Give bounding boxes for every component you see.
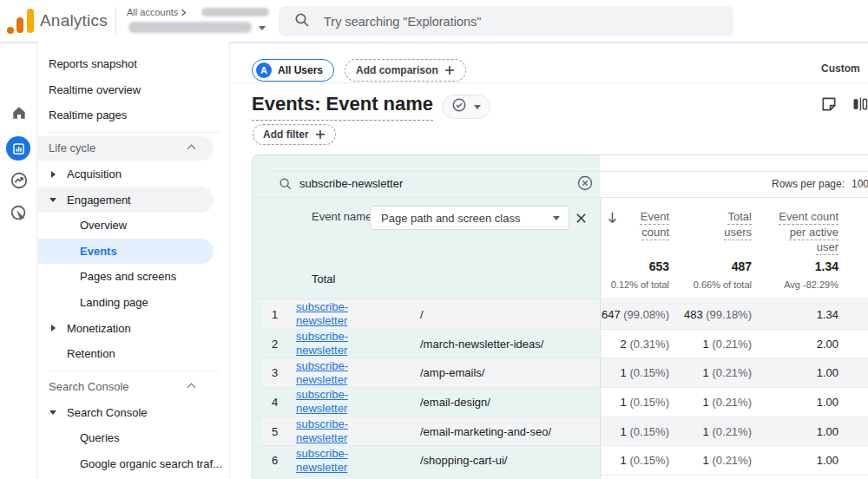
nav-item-engagement[interactable]: Engagement: [38, 187, 214, 213]
nav-item-monetization[interactable]: Monetization: [38, 315, 229, 341]
event-name-link[interactable]: subscribe-newsletter: [296, 300, 348, 327]
total-event-count: 653 0.12% of total: [591, 259, 669, 290]
redacted-account-name: [201, 8, 269, 16]
events-table-card: subscribe-newsletter Rows per page: 100 …: [252, 154, 868, 479]
check-circle-icon: [451, 97, 467, 116]
plus-icon: [444, 65, 455, 75]
expand-triangle-icon[interactable]: [51, 325, 56, 331]
page-title[interactable]: Events: Event name: [252, 93, 433, 121]
column-group-divider: [600, 197, 601, 479]
event-name-link[interactable]: subscribe-newsletter: [296, 388, 348, 415]
nav-divider: [49, 371, 219, 371]
insights-note-icon[interactable]: [820, 95, 838, 116]
nav-item-pages-and-screens[interactable]: Pages and screens: [38, 264, 229, 290]
collapse-triangle-icon[interactable]: [49, 198, 56, 202]
event-name-link[interactable]: subscribe-newsletter: [296, 447, 348, 474]
reports-icon[interactable]: [6, 136, 30, 161]
nav-item-search-console[interactable]: Search Console: [38, 400, 229, 426]
home-icon[interactable]: [0, 101, 37, 125]
row-index: 5: [262, 425, 296, 438]
nav-item-realtime-pages[interactable]: Realtime pages: [38, 102, 229, 128]
table-row[interactable]: 1 subscribe-newsletter / 647 (99.08%) 48…: [253, 300, 868, 330]
table-search-band: subscribe-newsletter Rows per page: 100: [253, 155, 868, 197]
ecpau-cell: 1.00: [752, 366, 838, 379]
event-name-link[interactable]: subscribe-newsletter: [296, 330, 348, 357]
total-users-cell: 1 (0.21%): [669, 338, 752, 351]
column-header-event-count[interactable]: Event count: [600, 209, 669, 240]
caret-down-icon: [474, 105, 481, 109]
segment-badge: A: [256, 62, 272, 78]
nav-item-realtime-overview[interactable]: Realtime overview: [38, 77, 229, 103]
advertising-icon[interactable]: [0, 201, 37, 226]
report-nav-drawer: Reports snapshot Realtime overview Realt…: [38, 42, 230, 479]
column-header-event-count-per-active-user[interactable]: Event count per active user: [752, 209, 838, 255]
collapse-triangle-icon[interactable]: [49, 410, 56, 415]
total-ecpau: 1.34 Avg -82.29%: [743, 259, 838, 290]
caret-down-icon: [553, 216, 560, 220]
row-index: 3: [262, 366, 296, 379]
table-row[interactable]: 4 subscribe-newsletter /email-design/ 1 …: [253, 388, 868, 417]
nav-section-search-console[interactable]: Search Console: [38, 375, 214, 399]
table-row[interactable]: 5 subscribe-newsletter /email-marketing-…: [253, 417, 868, 447]
event-name-cell: subscribe-newsletter: [296, 300, 371, 328]
expand-triangle-icon[interactable]: [51, 171, 56, 178]
column-header-event-name[interactable]: Event name: [312, 210, 372, 223]
table-divider: [270, 171, 868, 172]
redacted-property-name: [128, 22, 252, 33]
nav-item-retention[interactable]: Retention: [38, 341, 229, 367]
total-users-cell: 1 (0.21%): [669, 454, 752, 467]
nav-item-landing-page[interactable]: Landing page: [38, 290, 229, 316]
page-path-cell: /email-design/: [420, 396, 600, 409]
table-row[interactable]: 2 subscribe-newsletter /march-newsletter…: [253, 330, 868, 359]
logo-bar-tall: [27, 9, 34, 33]
explore-icon[interactable]: [0, 168, 37, 193]
rows-per-page-label: Rows per page:: [772, 178, 845, 190]
report-title-row: Events: Event name: [252, 92, 490, 121]
row-index: 4: [262, 396, 296, 409]
ecpau-cell: 1.00: [752, 425, 838, 438]
add-comparison-button[interactable]: Add comparison: [345, 59, 466, 82]
nav-item-overview[interactable]: Overview: [38, 213, 229, 239]
account-switcher[interactable]: All accounts: [127, 5, 274, 38]
search-icon: [294, 12, 310, 31]
page-path-cell: /email-marketing-and-seo/: [420, 425, 600, 438]
total-label: Total: [312, 272, 335, 285]
table-row[interactable]: 3 subscribe-newsletter /amp-emails/ 1 (0…: [253, 358, 868, 388]
secondary-dimension-dropdown[interactable]: Page path and screen class: [370, 206, 569, 230]
event-count-cell: 1 (0.15%): [600, 366, 669, 379]
add-filter-button[interactable]: Add filter: [253, 124, 336, 145]
date-range-selector[interactable]: CustomM: [821, 62, 868, 75]
nav-item-google-organic-search[interactable]: Google organic search traf...: [38, 451, 229, 477]
column-header-total-users[interactable]: Total users: [669, 209, 752, 240]
comparison-bars-icon[interactable]: [852, 95, 868, 116]
nav-divider: [49, 132, 219, 133]
total-users-cell: 1 (0.21%): [669, 425, 752, 438]
event-count-cell: 1 (0.15%): [600, 425, 669, 438]
clear-search-icon[interactable]: [576, 174, 594, 195]
all-users-chip[interactable]: A All Users: [252, 59, 334, 82]
table-row[interactable]: 6 subscribe-newsletter /shopping-cart-ui…: [253, 446, 868, 476]
ecpau-cell: 1.00: [752, 454, 838, 467]
row-index: 6: [262, 454, 296, 467]
global-search-bar[interactable]: [279, 6, 733, 36]
event-name-cell: subscribe-newsletter: [296, 417, 371, 445]
global-search-input[interactable]: [324, 15, 688, 29]
google-analytics-logo: [7, 7, 35, 35]
ecpau-cell: 1.34: [752, 308, 838, 321]
event-name-link[interactable]: subscribe-newsletter: [296, 359, 348, 386]
remove-dimension-icon[interactable]: [575, 212, 587, 227]
event-name-link[interactable]: subscribe-newsletter: [296, 417, 348, 444]
rows-per-page-select[interactable]: 100: [852, 178, 868, 190]
event-name-cell: subscribe-newsletter: [296, 359, 371, 387]
table-body: 1 subscribe-newsletter / 647 (99.08%) 48…: [253, 300, 868, 476]
total-users: 487 0.66% of total: [674, 259, 752, 290]
nav-item-events-selected[interactable]: Events: [38, 239, 214, 265]
data-quality-menu[interactable]: [442, 95, 490, 119]
nav-item-acquisition[interactable]: Acquisition: [38, 161, 229, 187]
nav-item-queries[interactable]: Queries: [38, 425, 229, 451]
comparison-chip-row: A All Users Add comparison: [252, 59, 466, 82]
table-search-input[interactable]: subscribe-newsletter: [299, 177, 403, 190]
nav-section-life-cycle[interactable]: Life cycle: [38, 136, 214, 161]
nav-item-reports-snapshot[interactable]: Reports snapshot: [38, 51, 229, 77]
logo-bar-mid: [16, 17, 23, 33]
